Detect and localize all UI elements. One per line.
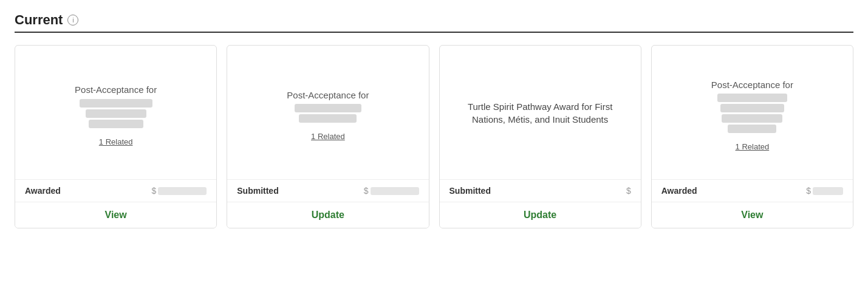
card-title-blurred-line [80,99,152,108]
card-footer: Submitted$ [440,179,641,202]
section-title: Current [15,12,63,28]
status-label: Awarded [25,186,61,196]
view-button[interactable]: View [22,210,209,221]
amount: $ [626,186,631,196]
card-footer: Awarded$ [15,179,216,202]
card-action: View [15,202,216,228]
card-3: Turtle Spirit Pathway Award for First Na… [439,45,641,228]
card-body-2: Post-Acceptance for1 Related [227,46,428,179]
card-title-prefix: Post-Acceptance for [287,89,369,103]
card-title-wrap: Post-Acceptance for [711,78,793,135]
card-action: View [652,202,853,228]
card-title-blurred-line [86,109,146,118]
card-title-blurred-line [299,114,357,123]
card-footer: Awarded$ [652,179,853,202]
card-title: Turtle Spirit Pathway Award for First Na… [452,100,629,126]
status-label: Submitted [449,186,491,196]
card-title-blurred-line [728,125,776,133]
card-title-prefix: Post-Acceptance for [75,83,157,97]
cards-grid: Post-Acceptance for1 RelatedAwarded$View… [15,45,853,228]
card-action: Update [227,202,428,228]
dollar-sign: $ [626,186,631,196]
amount: $ [151,186,207,196]
amount: $ [364,186,419,196]
card-body-3: Turtle Spirit Pathway Award for First Na… [440,46,641,179]
card-title-blurred-line [295,104,361,112]
amount-redacted [158,187,207,195]
card-title-blurred-line [89,120,143,128]
amount-redacted [813,187,843,195]
section-divider [15,32,853,33]
related-link[interactable]: 1 Related [99,137,133,146]
update-button[interactable]: Update [234,210,421,221]
card-title-wrap: Post-Acceptance for [287,89,369,125]
status-label: Awarded [661,186,697,196]
related-link[interactable]: 1 Related [311,132,345,141]
dollar-sign: $ [806,186,811,196]
card-title-blurred-line [717,94,787,102]
amount-redacted [371,187,419,195]
card-2: Post-Acceptance for1 RelatedSubmitted$Up… [227,45,429,228]
card-title-blurred-line [720,104,784,112]
card-title-blurred-line [722,114,782,123]
card-title-wrap: Post-Acceptance for [75,83,157,130]
card-4: Post-Acceptance for1 RelatedAwarded$View [651,45,853,228]
card-action: Update [440,202,641,228]
dollar-sign: $ [151,186,156,196]
section-header: Current i [15,12,853,28]
update-button[interactable]: Update [447,210,634,221]
amount: $ [806,186,843,196]
card-footer: Submitted$ [227,179,428,202]
card-body-4: Post-Acceptance for1 Related [652,46,853,179]
view-button[interactable]: View [659,210,846,221]
card-title-prefix: Post-Acceptance for [711,78,793,92]
dollar-sign: $ [364,186,369,196]
card-body-1: Post-Acceptance for1 Related [15,46,216,179]
card-1: Post-Acceptance for1 RelatedAwarded$View [15,45,217,228]
related-link[interactable]: 1 Related [736,142,770,151]
status-label: Submitted [237,186,278,196]
info-icon[interactable]: i [67,15,78,26]
